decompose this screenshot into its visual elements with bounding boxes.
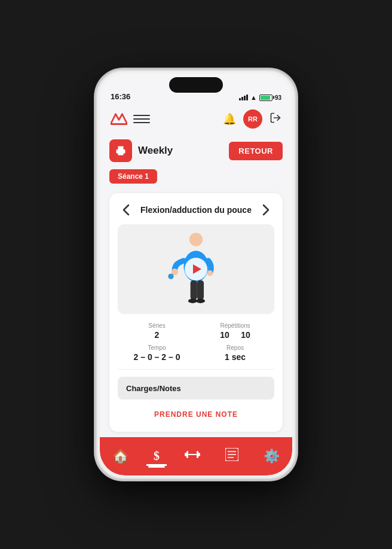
phone-shell: 16:36 ▲ 93 bbox=[94, 68, 298, 481]
home-icon: 🏠 bbox=[112, 449, 128, 464]
exercise-card: Flexion/adduction du pouce bbox=[109, 193, 283, 432]
note-button[interactable]: PRENDRE UNE NOTE bbox=[118, 405, 274, 423]
svg-rect-16 bbox=[188, 454, 197, 455]
settings-icon: ⚙️ bbox=[264, 449, 280, 464]
dynamic-island bbox=[169, 77, 223, 93]
svg-marker-0 bbox=[111, 114, 127, 124]
hamburger-button[interactable] bbox=[133, 111, 150, 127]
seance-badge[interactable]: Séance 1 bbox=[109, 169, 157, 184]
status-right: ▲ 93 bbox=[239, 94, 281, 101]
stat-series: Séries 2 bbox=[118, 322, 196, 340]
charges-title: Charges/Notes bbox=[126, 384, 181, 393]
bottom-nav: 🏠 $ bbox=[100, 437, 292, 475]
svg-rect-13 bbox=[186, 451, 188, 458]
tempo-value: 2 – 0 – 2 – 0 bbox=[118, 352, 196, 362]
weekly-title: Weekly bbox=[138, 145, 173, 157]
repetitions-value: 10 10 bbox=[196, 330, 274, 340]
retour-button[interactable]: RETOUR bbox=[229, 142, 283, 160]
exercise-icon bbox=[185, 448, 200, 465]
stat-repos: Repos 1 sec bbox=[196, 344, 274, 362]
phone-wrapper: 16:36 ▲ 93 bbox=[94, 68, 298, 481]
nav-item-settings[interactable]: ⚙️ bbox=[256, 446, 287, 466]
wifi-icon: ▲ bbox=[250, 94, 257, 101]
svg-rect-8 bbox=[191, 280, 197, 300]
nav-item-home[interactable]: 🏠 bbox=[105, 446, 136, 466]
repos-value: 1 sec bbox=[196, 352, 274, 362]
series-label: Séries bbox=[118, 322, 196, 329]
exercise-nav: Flexion/adduction du pouce bbox=[118, 202, 274, 218]
stat-repetitions: Répétitions 10 10 bbox=[196, 322, 274, 340]
status-time: 16:36 bbox=[111, 92, 130, 101]
repos-label: Repos bbox=[196, 344, 274, 351]
prev-arrow[interactable] bbox=[118, 202, 134, 218]
series-value: 2 bbox=[118, 330, 196, 340]
next-arrow[interactable] bbox=[258, 202, 274, 218]
svg-point-11 bbox=[196, 298, 205, 303]
stats-grid: Séries 2 Répétitions 10 10 bbox=[118, 322, 274, 362]
battery-pct: 93 bbox=[275, 94, 281, 101]
dollar-icon: $ bbox=[154, 449, 160, 463]
play-triangle bbox=[193, 264, 201, 274]
tempo-label: Tempo bbox=[118, 344, 196, 351]
phone-screen: 16:36 ▲ 93 bbox=[100, 74, 292, 475]
svg-rect-9 bbox=[197, 280, 204, 300]
svg-point-6 bbox=[207, 270, 213, 276]
signal-bars bbox=[239, 94, 248, 100]
exercise-title: Flexion/adduction du pouce bbox=[134, 205, 258, 215]
bell-icon[interactable]: 🔔 bbox=[223, 112, 236, 126]
avatar-button[interactable]: RR bbox=[243, 109, 262, 129]
top-nav: 🔔 RR bbox=[100, 105, 292, 133]
nav-right: 🔔 RR bbox=[223, 109, 281, 129]
logo-icon bbox=[111, 112, 127, 126]
svg-rect-15 bbox=[197, 451, 198, 458]
stat-tempo: Tempo 2 – 0 – 2 – 0 bbox=[118, 344, 196, 362]
svg-point-3 bbox=[189, 233, 203, 246]
nav-item-list[interactable] bbox=[218, 446, 246, 467]
nav-left bbox=[111, 111, 150, 127]
print-button[interactable] bbox=[109, 139, 132, 162]
header-row: Weekly RETOUR bbox=[109, 139, 283, 162]
nav-item-exercise[interactable] bbox=[177, 446, 207, 467]
video-thumbnail[interactable] bbox=[118, 224, 274, 314]
header-left: Weekly bbox=[109, 139, 173, 162]
content-area: Weekly RETOUR Séance 1 Fl bbox=[100, 133, 292, 437]
svg-point-7 bbox=[168, 273, 173, 279]
battery-icon bbox=[259, 94, 272, 101]
play-button[interactable] bbox=[185, 258, 207, 280]
repetitions-label: Répétitions bbox=[196, 322, 274, 329]
logout-icon[interactable] bbox=[270, 112, 281, 127]
list-icon bbox=[225, 448, 238, 465]
nav-item-dollar[interactable]: $ bbox=[146, 447, 167, 466]
divider bbox=[118, 369, 274, 370]
svg-point-10 bbox=[188, 298, 197, 303]
battery-fill bbox=[261, 96, 270, 100]
charges-section: Charges/Notes bbox=[118, 377, 274, 399]
